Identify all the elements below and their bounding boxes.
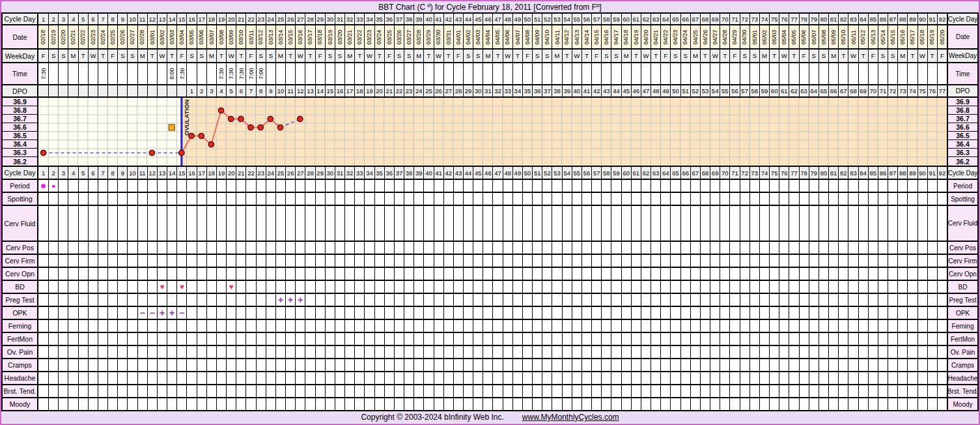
cell-cerv-firm-day-26 (285, 255, 295, 267)
site-link[interactable]: www.MyMonthlyCycles.com (522, 413, 619, 422)
cell-spotting-day-32 (344, 193, 354, 205)
date-value: 02/23 (90, 29, 96, 44)
cell-spotting-day-26 (285, 193, 295, 205)
date-value: 04/25 (692, 29, 699, 44)
cell-opk-day-20 (226, 307, 236, 319)
cell-cramps-day-61 (631, 359, 641, 371)
cell-preg-test-day-33 (354, 294, 364, 306)
cell-dpo-day-37: 22 (394, 85, 404, 96)
row-label-cerv-opn-r: Cerv Opn (947, 268, 977, 280)
cell-cerv-fluid-day-43 (453, 206, 463, 241)
cell-cerv-opn-day-23 (256, 268, 266, 280)
opk-symbol: + (169, 308, 175, 317)
cell-date-day-55: 04/13 (572, 25, 581, 48)
cell-time-day-37 (394, 63, 404, 84)
cell-cerv-pos-day-35 (374, 242, 384, 254)
cell-cycle-day-bottom-day-7: 7 (98, 167, 107, 179)
cell-cerv-opn-day-51 (532, 268, 542, 280)
cell-period-day-45 (473, 180, 483, 192)
cell-time-day-35 (374, 63, 384, 84)
date-value: 04/29 (731, 29, 738, 44)
cell-moody-day-88 (897, 398, 907, 410)
cell-time-day-11 (137, 63, 147, 84)
cell-period-day-68 (700, 180, 710, 192)
cell-spotting-day-83 (848, 193, 858, 205)
cell-opk-day-80 (819, 307, 828, 319)
cells-cycle-day-top: 1234567891011121314151617181920212223242… (38, 14, 947, 24)
cell-brst-tend-day-15 (176, 385, 186, 397)
cell-cramps-day-56 (581, 359, 591, 371)
cell-cerv-firm-day-17 (197, 255, 206, 267)
preg_test-symbol: + (278, 295, 283, 304)
cell-cerv-firm-day-3 (58, 255, 68, 267)
cell-cramps-day-24 (266, 359, 275, 371)
date-value: 02/24 (100, 29, 106, 44)
period-symbol: ● (40, 181, 47, 191)
cell-headache-day-20 (226, 372, 236, 384)
cell-cycle-day-bottom-day-55: 55 (572, 167, 581, 179)
cell-cerv-opn-day-74 (759, 268, 769, 280)
cell-brst-tend-day-21 (236, 385, 245, 397)
cells-cycle-day-bottom: 1234567891011121314151617181920212223242… (38, 167, 947, 179)
cell-cerv-firm-day-91 (927, 255, 937, 267)
cell-cycle-day-bottom-day-2: 2 (48, 167, 58, 179)
cell-fertmon-day-51 (532, 333, 542, 345)
cell-spotting-day-80 (819, 193, 828, 205)
cell-cramps-day-50 (522, 359, 532, 371)
cell-cycle-day-top-day-67: 67 (690, 14, 700, 24)
cell-fertmon-day-42 (443, 333, 453, 345)
date-value: 02/27 (130, 29, 136, 44)
cell-cerv-opn-day-19 (216, 268, 226, 280)
row-label-date-l: Date (3, 25, 38, 48)
cell-opk-day-8 (107, 307, 117, 319)
cell-dpo-day-38: 23 (404, 85, 413, 96)
cell-time-day-74 (759, 63, 769, 84)
cell-cerv-opn-day-4 (68, 268, 77, 280)
cell-weekday-day-73: S (749, 50, 759, 62)
cell-cycle-day-top-day-40: 40 (423, 14, 433, 24)
cell-period-day-70 (720, 180, 729, 192)
cell-dpo-day-39: 24 (413, 85, 423, 96)
cell-moody-day-27 (295, 398, 305, 410)
opk-symbol: − (179, 308, 184, 317)
cell-fertmon-day-61 (631, 333, 641, 345)
cell-cramps-day-37 (394, 359, 404, 371)
cell-cycle-day-top-day-56: 56 (581, 14, 591, 24)
cell-cycle-day-top-day-92: 92 (937, 14, 947, 24)
cell-ov-pain-day-12 (147, 346, 157, 358)
cell-dpo-day-23: 8 (256, 85, 266, 96)
cell-cerv-opn-day-54 (562, 268, 572, 280)
cell-cerv-opn-day-37 (394, 268, 404, 280)
cell-cerv-firm-day-18 (206, 255, 216, 267)
cell-cycle-day-top-day-68: 68 (700, 14, 710, 24)
date-value: 02/20 (60, 29, 66, 44)
date-value: 03/21 (346, 29, 353, 44)
date-value: 03/20 (337, 29, 343, 44)
cell-date-day-20: 03/09 (226, 25, 236, 48)
cell-cerv-fluid-day-48 (503, 206, 512, 241)
cell-period-day-39 (413, 180, 423, 192)
cell-cramps-day-13 (157, 359, 167, 371)
cell-bd-day-62 (641, 281, 651, 293)
cell-weekday-day-16: S (186, 50, 196, 62)
cell-weekday-day-92: F (937, 50, 947, 62)
cell-ov-pain-day-30 (325, 346, 335, 358)
cell-cerv-fluid-day-57 (591, 206, 601, 241)
cell-cerv-pos-day-69 (710, 242, 720, 254)
row-label-ov-pain-l: Ov. Pain (3, 346, 38, 358)
row-label-spotting-l: Spotting (3, 193, 38, 205)
cell-cerv-fluid-day-86 (878, 206, 888, 241)
cell-cramps-day-10 (127, 359, 137, 371)
cell-headache-day-82 (838, 372, 848, 384)
cell-cycle-day-bottom-day-62: 62 (641, 167, 651, 179)
cell-ov-pain-day-22 (245, 346, 255, 358)
cell-weekday-day-8: F (107, 50, 117, 62)
cell-ferning-day-90 (917, 320, 927, 332)
cell-moody-day-61 (631, 398, 641, 410)
cell-cramps-day-35 (374, 359, 384, 371)
cell-cycle-day-top-day-23: 23 (256, 14, 266, 24)
cell-dpo-day-22: 7 (245, 85, 255, 96)
cell-headache-day-78 (799, 372, 809, 384)
temp-tick-left-36.8: 36.8 (3, 106, 37, 115)
cell-opk-day-5 (78, 307, 88, 319)
